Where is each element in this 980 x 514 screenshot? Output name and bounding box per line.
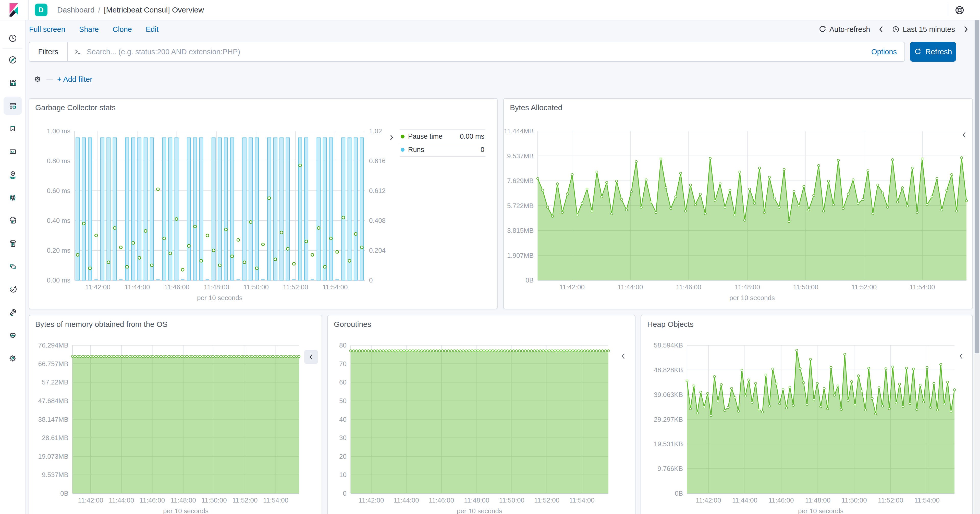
time-forward-button[interactable] bbox=[964, 25, 968, 33]
x-tick-label: 11:44:00 bbox=[115, 283, 160, 291]
y-tick-label: 9.766KB bbox=[642, 465, 683, 473]
breadcrumb-separator: / bbox=[98, 6, 100, 14]
y-tick-label: 76.294MB bbox=[27, 341, 68, 349]
sidebar-item-monitoring[interactable] bbox=[3, 326, 22, 344]
sidebar-item-siem[interactable] bbox=[3, 120, 22, 138]
time-back-button[interactable] bbox=[879, 25, 883, 33]
y-tick-label: 0B bbox=[642, 490, 683, 497]
gc-stats-plot[interactable]: 0.00 ms0.20 ms0.40 ms0.60 ms0.80 ms1.00 … bbox=[75, 131, 365, 280]
goroutines-plot[interactable]: 0102030405060708011:42:0011:44:0011:46:0… bbox=[351, 345, 608, 493]
header-divider-right bbox=[948, 3, 948, 16]
x-tick-label: 11:50:00 bbox=[233, 283, 279, 291]
y-tick-label: 58.594KB bbox=[642, 341, 683, 349]
y-tick-label: 7.629MB bbox=[493, 177, 534, 185]
y-tick-label: 20 bbox=[306, 452, 347, 460]
space-avatar[interactable]: D bbox=[35, 3, 48, 16]
y-tick-label: 0.40 ms bbox=[30, 217, 70, 224]
full-screen-button[interactable]: Full screen bbox=[29, 25, 65, 34]
sidebar-item-management[interactable] bbox=[3, 349, 22, 367]
search-input[interactable] bbox=[86, 48, 864, 56]
kibana-logo[interactable] bbox=[7, 3, 21, 17]
breadcrumb-dashboard-link[interactable]: Dashboard bbox=[57, 6, 95, 14]
sidebar-item-canvas[interactable] bbox=[3, 143, 22, 161]
legend-collapse-button[interactable] bbox=[959, 352, 963, 360]
sidebar-item-recently-viewed[interactable] bbox=[3, 29, 22, 48]
y-tick-label: 0B bbox=[493, 276, 534, 284]
filters-button[interactable]: Filters bbox=[29, 42, 68, 61]
sidebar-item-machine-learning[interactable] bbox=[3, 189, 22, 207]
x-tick-label: 11:54:00 bbox=[559, 497, 605, 504]
y-right-tick-label: 0.612 bbox=[369, 187, 400, 195]
x-tick-label: 11:44:00 bbox=[608, 283, 653, 291]
y-right-tick-label: 0.408 bbox=[369, 217, 400, 224]
legend-collapse-button[interactable] bbox=[621, 352, 625, 360]
runs-dot-icon bbox=[401, 148, 404, 152]
sidebar-item-apm[interactable] bbox=[3, 257, 22, 276]
x-tick-label: 11:54:00 bbox=[904, 497, 950, 504]
x-tick-label: 11:42:00 bbox=[75, 283, 121, 291]
options-button[interactable]: Options bbox=[864, 48, 904, 56]
refresh-icon bbox=[914, 48, 921, 56]
maps-icon bbox=[8, 170, 18, 179]
add-filter-button[interactable]: + Add filter bbox=[57, 75, 92, 84]
y-right-tick-label: 0.204 bbox=[369, 247, 400, 254]
y-tick-label: 1.907MB bbox=[493, 252, 534, 259]
header-divider-left bbox=[28, 0, 29, 20]
y-tick-label: 0.20 ms bbox=[30, 247, 70, 254]
sidebar-item-visualize[interactable] bbox=[3, 74, 22, 92]
logs-icon bbox=[8, 239, 18, 248]
chevron-left-icon bbox=[309, 353, 313, 360]
bytes-allocated-plot[interactable]: 0B1.907MB3.815MB5.722MB7.629MB9.537MB11.… bbox=[538, 131, 966, 280]
x-axis-title: per 10 seconds bbox=[441, 507, 518, 514]
x-axis-title: per 10 seconds bbox=[714, 294, 791, 302]
help-icon bbox=[955, 5, 965, 15]
filter-settings-gear-icon[interactable] bbox=[33, 75, 42, 84]
sidebar-item-dev-tools[interactable] bbox=[3, 303, 22, 322]
y-tick-label: 28.61MB bbox=[27, 434, 68, 442]
legend-label: Pause time bbox=[408, 133, 442, 141]
sidebar-item-uptime[interactable] bbox=[3, 280, 22, 298]
y-right-tick-label: 0.816 bbox=[369, 157, 400, 165]
legend-item-pause-time[interactable]: Pause time 0.00 ms bbox=[400, 130, 485, 143]
edit-button[interactable]: Edit bbox=[146, 25, 159, 34]
y-tick-label: 0.00 ms bbox=[30, 276, 70, 284]
heap-objects-plot[interactable]: 0B9.766KB19.531KB29.297KB39.063KB48.828K… bbox=[687, 345, 955, 493]
auto-refresh-icon bbox=[819, 25, 826, 33]
y-tick-label: 38.147MB bbox=[27, 416, 68, 423]
sidebar-item-maps[interactable] bbox=[3, 165, 22, 184]
refresh-button[interactable]: Refresh bbox=[910, 42, 956, 62]
clock-icon bbox=[892, 25, 900, 33]
y-tick-label: 19.531KB bbox=[642, 440, 683, 448]
y-tick-label: 50 bbox=[306, 397, 347, 405]
memory-os-plot[interactable]: 0B9.537MB19.073MB28.61MB38.147MB47.684MB… bbox=[73, 345, 299, 493]
clone-button[interactable]: Clone bbox=[113, 25, 132, 34]
auto-refresh-button[interactable]: Auto-refresh bbox=[819, 25, 870, 34]
machine-learning-icon bbox=[8, 193, 18, 202]
pause-time-dot-icon bbox=[401, 135, 404, 138]
sidebar-item-infrastructure[interactable] bbox=[3, 211, 22, 230]
gear-icon bbox=[8, 353, 18, 363]
y-tick-label: 9.537MB bbox=[27, 471, 68, 479]
share-button[interactable]: Share bbox=[79, 25, 99, 34]
legend-item-runs[interactable]: Runs 0 bbox=[400, 143, 485, 157]
sidebar-item-logs[interactable] bbox=[3, 234, 22, 253]
time-range-button[interactable]: Last 15 minutes bbox=[892, 25, 955, 34]
y-tick-label: 0.60 ms bbox=[30, 187, 70, 195]
y-tick-label: 57.22MB bbox=[27, 378, 68, 386]
sidebar-item-discover[interactable] bbox=[3, 51, 22, 69]
wrench-icon bbox=[8, 308, 18, 317]
x-tick-label: 11:52:00 bbox=[841, 283, 887, 291]
panel-garbage-collector-stats: Garbage Collector stats 0.00 ms0.20 ms0.… bbox=[29, 98, 498, 309]
query-prompt-icon bbox=[74, 48, 82, 56]
chevron-right-icon bbox=[964, 25, 968, 33]
sidebar-item-dashboard[interactable] bbox=[3, 97, 22, 115]
y-tick-label: 39.063KB bbox=[642, 391, 683, 398]
legend-collapse-button[interactable] bbox=[962, 131, 966, 138]
sidebar bbox=[0, 20, 26, 514]
legend-expand-chevron-icon[interactable] bbox=[390, 134, 393, 141]
plot-ba-svg bbox=[538, 131, 966, 280]
y-tick-label: 9.537MB bbox=[493, 152, 534, 160]
help-button[interactable] bbox=[955, 5, 965, 15]
filter-row-separator bbox=[46, 79, 53, 79]
scrollbar-thumb[interactable] bbox=[975, 9, 979, 353]
